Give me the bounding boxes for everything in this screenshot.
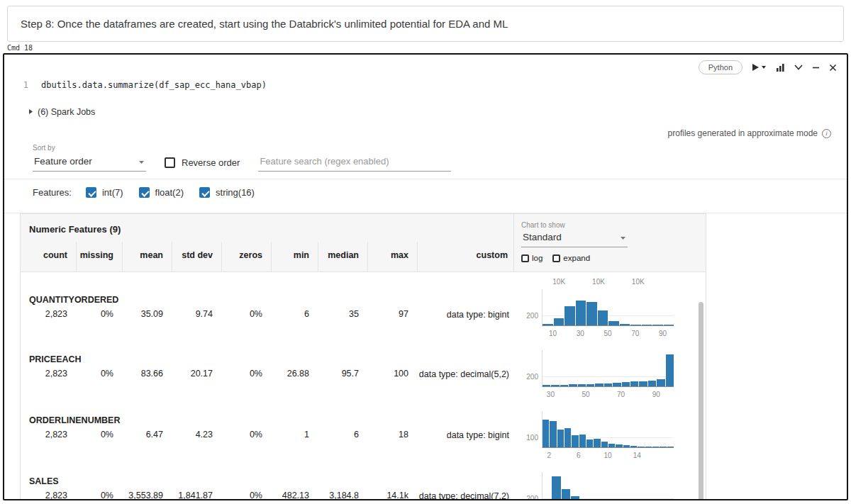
histogram-priceeach[interactable]: 20030507090: [513, 345, 706, 400]
feature-type-toggle-2[interactable]: string(16): [199, 187, 255, 198]
caret-right-icon: [28, 107, 33, 117]
cell-min: 482.13: [271, 491, 318, 500]
reverse-order-checkbox[interactable]: [165, 157, 175, 168]
cell-max: 100: [367, 369, 417, 381]
close-cell-button[interactable]: [829, 64, 837, 72]
column-headers: countmissingmeanstd devzerosminmedianmax…: [21, 242, 513, 271]
log-label: log: [532, 254, 543, 262]
cell-count: 2,823: [21, 430, 76, 442]
table-row: PRICEEACH2,8230%83.6620.170%26.8895.7100…: [21, 345, 706, 405]
log-checkbox[interactable]: [521, 254, 529, 262]
chart-toggles: log expand: [521, 254, 706, 262]
reverse-order-toggle[interactable]: Reverse order: [165, 157, 240, 172]
spark-jobs-label: (6) Spark Jobs: [38, 107, 95, 117]
expand-toggle[interactable]: expand: [552, 254, 590, 262]
approx-note-text: profiles generated in approximate mode: [668, 128, 818, 138]
histogram-plot[interactable]: 200: [542, 289, 674, 326]
scrollbar-thumb[interactable]: [699, 302, 703, 500]
reverse-order-label: Reverse order: [182, 157, 240, 168]
column-header-median: median: [318, 242, 367, 271]
cell-count: 2,823: [21, 369, 76, 381]
table-row: QUANTITYORDERED2,8230%35.099.740%63597da…: [21, 272, 706, 345]
cell-median: 3,184.8: [318, 491, 367, 500]
feature-type-toggle-1[interactable]: float(2): [139, 187, 184, 198]
table-header: Numeric Features (9) countmissingmeanstd…: [21, 214, 706, 272]
histogram-sales[interactable]: 200: [513, 466, 706, 500]
feature-name: QUANTITYORDERED: [29, 295, 513, 305]
histogram-plot[interactable]: 100: [542, 411, 674, 448]
page: { "page": { "markdown_text": "Step 8: On…: [0, 0, 851, 504]
summary-controls: Sort by Feature order Reverse order: [33, 144, 847, 172]
column-header-count: count: [21, 242, 76, 271]
cell-zeros: 0%: [221, 430, 271, 442]
cell-std-dev: 20.17: [172, 369, 221, 381]
code-editor[interactable]: 1 dbutils.data.summarize(df_sap_ecc_hana…: [4, 80, 847, 90]
cell-std-dev: 9.74: [172, 309, 221, 321]
cell-max: 97: [367, 309, 417, 321]
histogram-quantityordered[interactable]: 10K10K10K2001030507090: [513, 272, 706, 339]
bar-chart-icon: [776, 63, 785, 72]
cell-max: 18: [367, 430, 417, 442]
column-header-max: max: [367, 242, 417, 271]
feature-type-label: string(16): [216, 187, 255, 198]
markdown-cell[interactable]: Step 8: Once the dataframes are created,…: [7, 6, 844, 42]
cell-custom: data type: bigint: [417, 309, 513, 321]
close-icon: [829, 64, 837, 72]
summary-table: Numeric Features (9) countmissingmeanstd…: [20, 213, 706, 500]
cell-missing: 0%: [76, 491, 122, 500]
expand-checkbox[interactable]: [552, 254, 560, 262]
markdown-text: Step 8: Once the dataframes are created,…: [21, 18, 508, 30]
sort-group: Sort by Feature order: [33, 144, 146, 172]
log-toggle[interactable]: log: [521, 254, 543, 262]
feature-name: SALES: [29, 476, 513, 486]
minus-icon: [812, 64, 820, 72]
scrollbar[interactable]: [699, 276, 703, 500]
feature-type-checkbox[interactable]: [86, 187, 96, 198]
minimize-cell-button[interactable]: [812, 64, 820, 72]
language-button[interactable]: Python: [699, 60, 742, 74]
feature-type-toggle-0[interactable]: int(7): [86, 187, 123, 198]
cell-median: 35: [318, 309, 367, 321]
cell-std-dev: 1,841.87: [172, 491, 221, 500]
feature-type-checkbox[interactable]: [199, 187, 210, 198]
code-text[interactable]: dbutils.data.summarize(df_sap_ecc_hana_v…: [41, 80, 267, 90]
table-header-left: Numeric Features (9) countmissingmeanstd…: [21, 214, 513, 271]
feature-name: PRICEEACH: [29, 354, 513, 364]
info-icon[interactable]: [822, 129, 831, 138]
column-header-missing: missing: [76, 242, 122, 271]
sort-order-select[interactable]: Feature order: [33, 156, 146, 172]
cell-count: 2,823: [21, 309, 76, 321]
cell-custom: data type: bigint: [417, 430, 513, 442]
cell-median: 6: [318, 430, 367, 442]
feature-search-input[interactable]: [258, 153, 451, 172]
cell-min: 1: [271, 430, 318, 442]
cell-zeros: 0%: [221, 369, 271, 381]
chevron-down-icon: [794, 65, 803, 70]
column-header-mean: mean: [122, 242, 172, 271]
cell-custom: data type: decimal(5,2): [417, 369, 513, 381]
table-body: QUANTITYORDERED2,8230%35.099.740%63597da…: [21, 272, 706, 500]
feature-type-list: int(7)float(2)string(16): [86, 187, 255, 198]
chevron-down-icon: [138, 156, 145, 167]
feature-type-checkbox[interactable]: [139, 187, 150, 198]
cell-zeros: 0%: [221, 309, 271, 321]
histogram-orderlinenumber[interactable]: 100261014: [513, 405, 706, 461]
expand-label: expand: [563, 254, 590, 262]
cell-mean: 6.47: [122, 430, 172, 442]
run-button[interactable]: [752, 63, 767, 72]
feature-type-label: int(7): [102, 187, 123, 198]
chart-to-show-label: Chart to show: [521, 221, 706, 229]
spark-jobs-toggle[interactable]: (6) Spark Jobs: [28, 107, 847, 117]
cell-mean: 35.09: [122, 309, 172, 321]
chart-options-button[interactable]: [776, 63, 785, 72]
features-label: Features:: [33, 187, 72, 198]
histogram-plot[interactable]: 200: [542, 350, 674, 387]
cell-min: 6: [271, 309, 318, 321]
chart-type-select[interactable]: Standard: [521, 232, 628, 247]
histogram-plot[interactable]: 200: [542, 472, 674, 500]
cell-mean: 83.66: [122, 369, 172, 381]
cell-missing: 0%: [76, 369, 122, 381]
cell-missing: 0%: [76, 430, 122, 442]
collapse-cell-button[interactable]: [794, 65, 803, 70]
chevron-down-icon: [620, 232, 626, 242]
